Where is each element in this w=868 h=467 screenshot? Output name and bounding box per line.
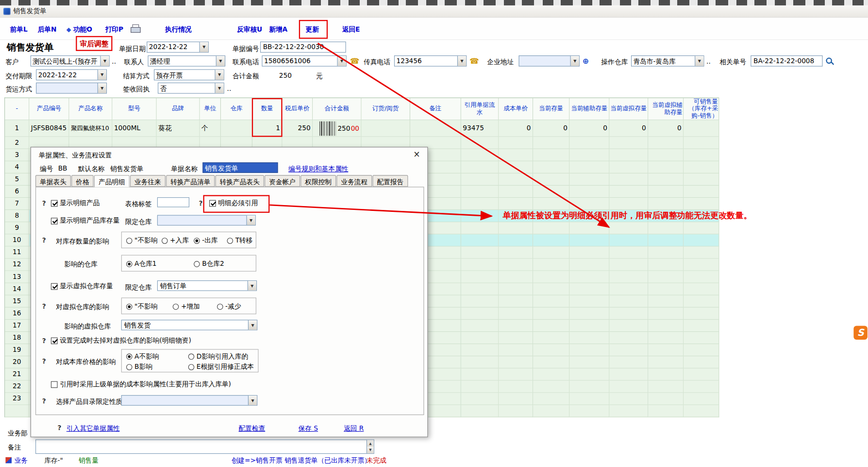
product-cell[interactable] xyxy=(610,137,649,149)
chevron-down-icon[interactable] xyxy=(337,56,346,66)
product-cell[interactable] xyxy=(684,320,719,332)
product-cell[interactable] xyxy=(569,271,609,283)
receipt-select[interactable]: 否 xyxy=(158,83,224,94)
tab-config-report[interactable]: 配置报告 xyxy=(372,175,408,187)
doc-name-input[interactable]: 销售发货单 xyxy=(202,162,278,173)
printer-icon[interactable] xyxy=(131,24,139,33)
product-cell[interactable]: JSFSB0845 xyxy=(29,120,69,137)
col-header-model[interactable]: 型号 xyxy=(112,98,156,121)
receipt-more-button[interactable]: .. xyxy=(227,85,232,92)
product-cell[interactable] xyxy=(533,173,569,186)
product-cell[interactable] xyxy=(648,344,684,356)
radio-stock-out[interactable]: -出库 xyxy=(194,236,217,245)
product-cell[interactable] xyxy=(410,120,461,137)
chevron-down-icon[interactable] xyxy=(100,56,109,66)
product-cell[interactable] xyxy=(610,198,649,210)
contact-select[interactable]: 潘经理 xyxy=(148,55,225,67)
product-cell[interactable] xyxy=(648,222,684,234)
product-cell[interactable] xyxy=(610,356,649,368)
chevron-down-icon[interactable] xyxy=(215,70,223,80)
product-cell[interactable] xyxy=(610,344,649,356)
import-props-link[interactable]: 引入其它单据属性 xyxy=(67,424,119,433)
note-textarea[interactable]: ▲▼ xyxy=(35,439,374,454)
row-number-cell[interactable]: 2 xyxy=(5,137,29,149)
product-cell[interactable] xyxy=(684,295,719,308)
col-header-product-code[interactable]: 产品编号 xyxy=(29,98,69,121)
radio-cost-no-effect[interactable]: A不影响 xyxy=(126,352,159,361)
product-cell[interactable] xyxy=(533,186,569,198)
product-cell[interactable] xyxy=(684,149,719,161)
col-header-price-after-tax[interactable]: 税后单价 xyxy=(283,98,313,121)
row-number-cell[interactable]: 13 xyxy=(5,271,29,283)
product-cell[interactable] xyxy=(648,186,684,198)
product-cell[interactable] xyxy=(610,271,649,283)
row-number-cell[interactable]: 23 xyxy=(5,393,29,405)
radio-increase[interactable]: +增加 xyxy=(173,302,200,311)
product-cell[interactable] xyxy=(569,356,609,368)
product-cell[interactable] xyxy=(648,356,684,368)
deadline-picker[interactable]: 2022-12-22 xyxy=(36,69,107,81)
help-icon[interactable]: ? xyxy=(42,200,46,208)
product-cell[interactable] xyxy=(461,332,499,344)
product-cell[interactable]: 0 xyxy=(569,120,609,137)
col-header-note[interactable]: 备注 xyxy=(410,98,461,121)
chevron-down-icon[interactable] xyxy=(246,216,255,225)
note-spinner[interactable]: ▲▼ xyxy=(367,440,374,453)
doc-no-input[interactable]: BB-22-12-22-0030 xyxy=(260,42,346,53)
col-header-quantity[interactable]: 数量 xyxy=(252,98,283,121)
product-cell[interactable] xyxy=(533,271,569,283)
row-number-cell[interactable]: 4 xyxy=(5,161,29,173)
product-cell[interactable] xyxy=(569,283,609,295)
chevron-down-icon[interactable] xyxy=(695,56,703,66)
product-cell[interactable] xyxy=(221,120,252,137)
col-header-sellable[interactable]: 可销售量（库存+采购-销售） xyxy=(684,98,719,121)
product-cell[interactable] xyxy=(684,137,719,149)
product-cell[interactable] xyxy=(533,149,569,161)
product-cell[interactable] xyxy=(499,308,533,320)
product-cell[interactable] xyxy=(648,137,684,149)
radio-cost-e[interactable]: E根据引用修正成本 xyxy=(188,363,254,372)
radio-warehouse-a[interactable]: A仓库1 xyxy=(126,259,157,269)
product-cell[interactable] xyxy=(533,198,569,210)
clipped-menu-bar[interactable] xyxy=(0,0,868,5)
product-cell[interactable]: 1000ML xyxy=(112,120,156,137)
product-cell[interactable]: 0 xyxy=(648,120,684,137)
help-icon[interactable]: ? xyxy=(42,398,46,405)
product-cell[interactable]: 葵花 xyxy=(157,120,200,137)
tab-workflow[interactable]: 业务流程 xyxy=(336,175,372,187)
product-cell[interactable] xyxy=(461,393,499,405)
tab-convert-header[interactable]: 转换产品表头 xyxy=(216,175,264,187)
product-cell[interactable] xyxy=(461,295,499,308)
product-cell[interactable] xyxy=(461,271,499,283)
help-icon[interactable]: ? xyxy=(42,337,46,345)
product-cell[interactable] xyxy=(569,161,609,173)
col-header-ref-flow[interactable]: 引用单据流水 xyxy=(461,98,499,121)
row-number-cell[interactable]: 15 xyxy=(5,295,29,308)
radio-warehouse-b[interactable]: B仓库2 xyxy=(194,259,224,269)
product-cell[interactable] xyxy=(610,320,649,332)
spin-down-icon[interactable]: ▼ xyxy=(367,447,374,453)
product-cell[interactable] xyxy=(648,173,684,186)
product-cell[interactable] xyxy=(648,283,684,295)
product-cell[interactable] xyxy=(610,149,649,161)
product-cell[interactable] xyxy=(610,368,649,381)
row-number-cell[interactable]: 18 xyxy=(5,332,29,344)
back-button[interactable]: 返回E xyxy=(342,25,360,34)
help-icon[interactable]: ? xyxy=(42,237,46,244)
row-number-cell[interactable]: 16 xyxy=(5,308,29,320)
show-virtual-stock-checkbox[interactable]: 显示虚拟仓库存量 xyxy=(51,281,113,291)
product-cell[interactable] xyxy=(684,405,719,417)
product-cell[interactable] xyxy=(684,173,719,186)
product-cell[interactable] xyxy=(684,381,719,393)
product-cell[interactable] xyxy=(499,368,533,381)
tab-stock[interactable]: 库存-" xyxy=(44,456,63,465)
product-cell[interactable] xyxy=(533,308,569,320)
product-cell[interactable] xyxy=(610,381,649,393)
prev-doc-button[interactable]: 前单L xyxy=(10,25,28,34)
product-cell[interactable] xyxy=(569,186,609,198)
product-cell[interactable] xyxy=(569,308,609,320)
product-cell[interactable] xyxy=(610,332,649,344)
product-cell[interactable] xyxy=(648,198,684,210)
row-number-cell[interactable]: 5 xyxy=(5,173,29,186)
radio-decrease[interactable]: -减少 xyxy=(217,302,241,311)
